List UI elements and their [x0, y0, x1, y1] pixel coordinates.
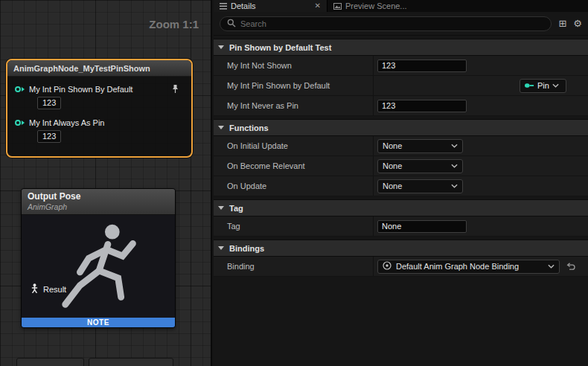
pin-label: My Int Always As Pin — [29, 118, 185, 127]
binding-icon — [383, 261, 392, 272]
property-row: On Become Relevant None — [214, 156, 588, 176]
property-label: My Int Pin Shown by Default — [214, 76, 374, 95]
result-pin-label: Result — [43, 285, 66, 294]
property-row: Tag — [214, 216, 588, 237]
result-pin-row: Result — [31, 283, 66, 295]
chevron-down-icon — [218, 45, 224, 49]
zoom-level-label: Zoom 1:1 — [149, 18, 199, 30]
property-row: My Int Pin Shown by Default Pin — [214, 76, 588, 96]
details-panel: Details ✕ Preview Scene... ⊞ ⚙ — [214, 0, 588, 366]
pin-label: My Int Pin Shown By Default — [29, 85, 167, 94]
property-row: On Update None — [214, 176, 588, 196]
unreal-editor-window: Zoom 1:1 AnimGraphNode_MyTestPinShown My… — [0, 0, 588, 366]
chevron-down-icon — [451, 164, 458, 168]
category-header-pin-shown-by-default-test[interactable]: Pin Shown by Default Test — [214, 39, 588, 56]
node-body: My Int Pin Shown By Default 123 My Int A… — [7, 77, 191, 156]
property-row: My Int Not Shown — [214, 56, 588, 76]
on-become-relevant-dropdown[interactable]: None — [377, 159, 463, 173]
partially-visible-node[interactable] — [89, 358, 173, 366]
chevron-down-icon — [218, 126, 224, 129]
int-input-pin-icon[interactable] — [15, 86, 25, 92]
int-input-pin-icon[interactable] — [15, 120, 25, 126]
details-icon — [220, 3, 227, 10]
category-header-functions[interactable]: Functions — [214, 119, 588, 136]
pin-thumbtack-icon[interactable] — [171, 84, 179, 94]
tab-bar: Details ✕ Preview Scene... — [214, 0, 588, 12]
pose-pin-icon[interactable] — [31, 283, 39, 295]
tab-label: Preview Scene... — [345, 1, 407, 10]
chevron-down-icon — [218, 206, 224, 210]
property-list: Pin Shown by Default Test My Int Not Sho… — [214, 36, 588, 366]
reset-to-default-icon[interactable] — [566, 263, 575, 271]
output-pose-node-header[interactable]: Output Pose AnimGraph — [22, 189, 175, 215]
property-label: My Int Never as Pin — [214, 96, 374, 115]
pin-icon — [525, 81, 534, 90]
my-int-never-as-pin-field[interactable] — [377, 100, 467, 112]
preview-scene-icon — [333, 3, 342, 10]
search-toolbar: ⊞ ⚙ — [214, 12, 588, 36]
chevron-down-icon — [451, 144, 458, 148]
pin-default-value-box[interactable]: 123 — [37, 97, 61, 109]
property-label: On Initial Update — [214, 136, 374, 155]
binding-dropdown[interactable]: Default Anim Graph Node Binding — [377, 260, 560, 274]
property-row: My Int Never as Pin — [214, 96, 588, 116]
anim-graph-canvas[interactable]: Zoom 1:1 AnimGraphNode_MyTestPinShown My… — [0, 0, 212, 366]
my-int-not-shown-field[interactable] — [377, 60, 467, 72]
node-subtitle: AnimGraph — [28, 202, 169, 211]
chevron-down-icon — [548, 264, 555, 269]
pin-default-value-box[interactable]: 123 — [37, 130, 61, 143]
partially-visible-node[interactable] — [16, 358, 84, 366]
category-header-bindings[interactable]: Bindings — [214, 240, 588, 257]
pin-visibility-dropdown[interactable]: Pin — [520, 79, 566, 93]
chevron-down-icon — [451, 184, 458, 188]
pin-row: My Int Always As Pin — [15, 118, 185, 127]
settings-gear-icon[interactable]: ⚙ — [573, 19, 582, 28]
pin-row: My Int Pin Shown By Default — [15, 84, 185, 94]
tab-preview-scene[interactable]: Preview Scene... — [327, 0, 413, 12]
chevron-down-icon — [552, 83, 559, 88]
tab-label: Details — [231, 1, 256, 10]
search-input[interactable] — [240, 19, 544, 28]
property-label: My Int Not Shown — [214, 56, 374, 75]
property-label: On Update — [214, 176, 374, 196]
node-title: Output Pose — [28, 191, 169, 202]
property-row: On Initial Update None — [214, 136, 588, 156]
on-initial-update-dropdown[interactable]: None — [377, 139, 463, 153]
output-pose-node[interactable]: Output Pose AnimGraph — [21, 188, 176, 328]
display-filter-icon[interactable]: ⊞ — [558, 19, 566, 28]
anim-graph-node-mytestpinshown[interactable]: AnimGraphNode_MyTestPinShown My Int Pin … — [6, 59, 193, 158]
tag-field[interactable] — [377, 220, 467, 233]
node-title[interactable]: AnimGraphNode_MyTestPinShown — [7, 60, 191, 77]
search-input-wrapper[interactable] — [220, 16, 552, 31]
property-label: Tag — [214, 216, 374, 236]
close-tab-icon[interactable]: ✕ — [315, 2, 321, 10]
on-update-dropdown[interactable]: None — [377, 179, 463, 193]
running-mannequin-image — [32, 216, 173, 319]
property-label: On Become Relevant — [214, 156, 374, 176]
node-body: Result — [22, 215, 175, 318]
property-label: Binding — [214, 257, 374, 276]
search-icon — [227, 19, 236, 29]
property-row: Binding Default Anim Graph Node Binding — [214, 257, 588, 277]
tab-details[interactable]: Details ✕ — [214, 0, 327, 12]
chevron-down-icon — [218, 246, 224, 250]
category-header-tag[interactable]: Tag — [214, 199, 588, 216]
